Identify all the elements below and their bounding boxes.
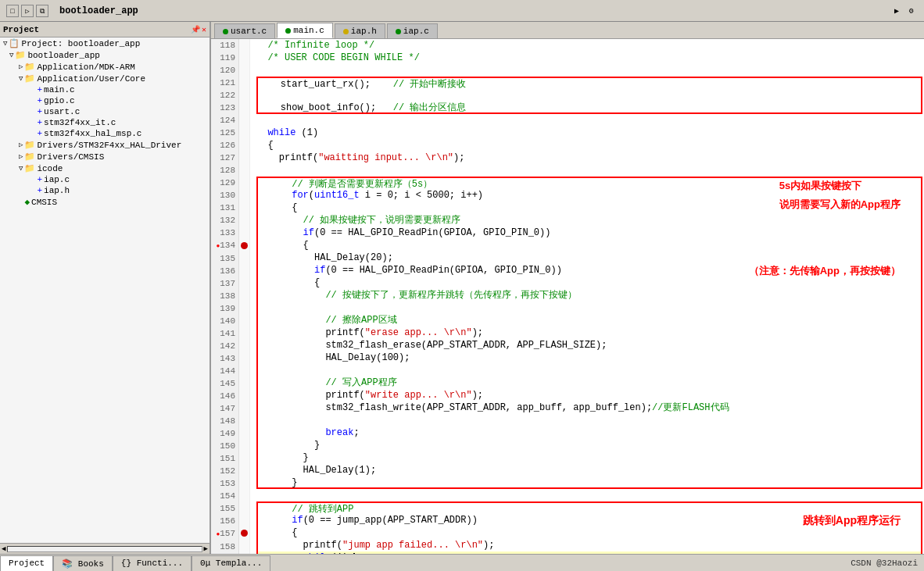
mdk-folder-icon: 📁 <box>24 62 35 72</box>
scroll-track[interactable] <box>7 546 202 552</box>
code-line-150: } <box>256 439 922 451</box>
code-content[interactable]: /* Infinite loop */ /* USER CODE BEGIN W… <box>250 39 924 554</box>
tree-item-mdk[interactable]: ▷ 📁 Application/MDK-ARM <box>0 61 210 73</box>
line-num-149: 149 <box>211 427 238 440</box>
project-panel-title: Project <box>3 25 39 34</box>
tree-item-cmsis[interactable]: ▷ ◆ CMSIS <box>0 196 210 208</box>
line-num-122: 122 <box>211 89 238 102</box>
toolbar-icon-1[interactable]: □ <box>6 5 19 17</box>
gpio-c-icon: + <box>37 96 42 105</box>
tree-item-icode[interactable]: ▽ 📁 icode <box>0 162 210 174</box>
tree-item-iap-c[interactable]: ▷ + iap.c <box>0 174 210 185</box>
line-num-137: 137 <box>211 277 238 290</box>
code-line-133: if(0 == HAL_GPIO_ReadPin(GPIOA, GPIO_PIN… <box>256 227 922 239</box>
code-line-123: show_boot_info(); // 输出分区信息 <box>256 102 922 114</box>
line-num-147: 147 <box>211 402 238 415</box>
code-line-147: stm32_flash_write(APP_START_ADDR, app_bu… <box>256 401 922 414</box>
code-line-125: while (1) <box>256 127 924 139</box>
bottom-tab-project[interactable]: Project <box>0 555 53 571</box>
tab-usart-c[interactable]: usart.c <box>214 23 275 38</box>
cmsis-driver-icon: 📁 <box>24 152 35 162</box>
tree-item-stm32it[interactable]: ▷ + stm32f4xx_it.c <box>0 117 210 128</box>
bottom-bar: Project 📚 Books {} Functi... 0μ Templa..… <box>0 554 924 571</box>
tab-label-main: main.c <box>293 26 324 35</box>
tree-item-project[interactable]: ▽ 📋 Project: bootloader_app <box>0 37 210 49</box>
line-num-139: 139 <box>211 302 238 315</box>
tree-item-usercore[interactable]: ▽ 📁 Application/User/Core <box>0 73 210 84</box>
tree-item-cmsis-driver[interactable]: ▷ 📁 Drivers/CMSIS <box>0 151 210 162</box>
line-num-124: 124 <box>211 114 238 127</box>
line-num-133: 133 <box>211 227 238 239</box>
code-line-134: { <box>256 239 922 252</box>
line-num-136: 136 <box>211 265 238 277</box>
code-line-119: /* USER CODE BEGIN WHILE */ <box>256 52 924 64</box>
code-line-145: // 写入APP程序 <box>256 377 922 389</box>
scroll-left-arrow[interactable]: ◀ <box>2 544 5 553</box>
tab-iap-c[interactable]: iap.c <box>387 23 438 38</box>
build-icon[interactable]: ▶ <box>890 5 903 17</box>
line-num-118: 118 <box>211 39 238 52</box>
toolbar-icon-2[interactable]: ▷ <box>21 5 34 17</box>
panel-pin-icon[interactable]: 📌 <box>191 25 200 34</box>
code-line-138: // 按键按下了，更新程序并跳转（先传程序，再按下按键） <box>256 289 922 302</box>
tree-item-usart-c[interactable]: ▷ + usart.c <box>0 106 210 117</box>
tree-item-iap-h[interactable]: ▷ + iap.h <box>0 185 210 196</box>
toolbar-icon-3[interactable]: ⧉ <box>36 5 48 17</box>
left-panel-hscroll[interactable]: ◀ ▶ <box>0 543 210 554</box>
code-line-118: /* Infinite loop */ <box>256 39 924 52</box>
line-num-120: 120 <box>211 64 238 77</box>
code-line-121: start_uart_rx(); // 开始中断接收 <box>256 77 922 89</box>
code-line-154 <box>256 489 924 501</box>
tab-label-usart: usart.c <box>231 27 267 36</box>
app-title: bootloader_app <box>59 5 138 16</box>
bottom-tab-books[interactable]: 📚 Books <box>53 555 113 571</box>
tab-dot-iapc <box>396 29 401 34</box>
line-num-154: 154 <box>211 490 238 502</box>
status-right: CSDN @32Haozi <box>851 559 924 568</box>
code-line-153: } <box>256 476 922 489</box>
tree-item-stm32msp[interactable]: ▷ + stm32f4xx_hal_msp.c <box>0 128 210 139</box>
annotation-box4: 跳转到App程序运行 <box>803 514 901 528</box>
toolbar-icons: □ ▷ ⧉ <box>6 5 48 17</box>
code-line-126: { <box>256 139 924 152</box>
breakpoint-157[interactable] <box>239 526 249 539</box>
stm32it-icon: + <box>37 118 42 127</box>
icode-folder-icon: 📁 <box>24 163 35 173</box>
tree-item-haldriver[interactable]: ▷ 📁 Drivers/STM32F4xx_HAL_Driver <box>0 139 210 151</box>
annotation-box2: 5s内如果按键按下 说明需要写入新的App程序 <box>779 177 901 214</box>
tree-item-gpio-c[interactable]: ▷ + gpio.c <box>0 95 210 106</box>
main-c-icon: + <box>37 85 42 95</box>
line-num-141: 141 <box>211 327 238 340</box>
code-line-143: HAL_Delay(100); <box>256 352 922 364</box>
code-editor[interactable]: 118 119 120 121 122 123 124 125 126 127 … <box>211 39 924 554</box>
haldriver-folder-icon: 📁 <box>24 140 35 150</box>
tree-item-main-c[interactable]: ▷ + main.c <box>0 84 210 95</box>
line-num-159: 159 <box>211 553 238 554</box>
line-numbers: 118 119 120 121 122 123 124 125 126 127 … <box>211 39 239 554</box>
tab-main-c[interactable]: main.c <box>277 23 333 38</box>
code-line-151: } <box>256 451 922 464</box>
line-num-143: 143 <box>211 352 238 365</box>
code-line-146: printf("write app... \r\n"); <box>256 389 922 401</box>
line-num-153: 153 <box>211 477 238 490</box>
gutter <box>239 39 250 554</box>
code-line-144 <box>256 364 922 377</box>
code-line-120 <box>256 64 924 77</box>
breakpoint-134[interactable] <box>239 239 249 252</box>
panel-close-icon[interactable]: ✕ <box>202 25 206 34</box>
scroll-right-arrow[interactable]: ▶ <box>204 544 208 553</box>
code-line-132: // 如果按键按下，说明需要更新程序 <box>256 214 922 227</box>
line-num-132: 132 <box>211 214 238 227</box>
bottom-tab-functi[interactable]: {} Functi... <box>113 555 192 571</box>
line-num-150: 150 <box>211 440 238 452</box>
line-num-144: 144 <box>211 365 238 377</box>
tab-iap-h[interactable]: iap.h <box>335 23 385 38</box>
line-num-155: 155 <box>211 502 238 515</box>
code-line-135: HAL_Delay(20); <box>256 252 922 264</box>
tree-item-bootloader[interactable]: ▽ 📁 bootloader_app <box>0 49 210 61</box>
debug-icon[interactable]: ⚙ <box>905 5 918 17</box>
code-line-158: printf("jump app failed... \r\n"); <box>256 539 922 551</box>
bottom-tab-templa[interactable]: 0μ Templa... <box>192 555 270 571</box>
line-num-131: 131 <box>211 202 238 214</box>
code-line-139 <box>256 302 922 314</box>
